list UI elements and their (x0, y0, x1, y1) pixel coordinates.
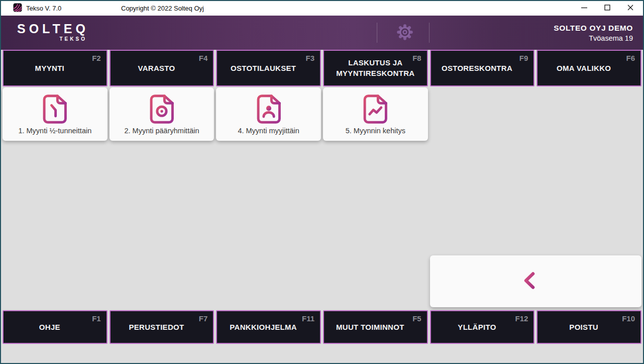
tile-label: 2. Myynti pääryhmittäin (124, 127, 199, 135)
menu-button-laskutus-ja-myyntireskontra[interactable]: F8 LASKUTUS JA MYYNTIRESKONTRA (323, 50, 428, 86)
button-label: VARASTO (118, 63, 195, 74)
button-label: YLLÄPITO (439, 322, 516, 333)
app-header: SOLTEQ TEKSO (1, 16, 643, 50)
copyright-text: Copyright © 2022 Solteq Oyj (121, 1, 204, 16)
fkey-badge: F4 (199, 54, 208, 62)
tile-myynti-half-hour[interactable]: 1. Myynti ½-tunneittain (3, 87, 108, 141)
top-button-row: F2 MYYNTI F4 VARASTO F3 OSTOTILAUKSET F8… (1, 50, 643, 86)
button-label: OHJE (11, 322, 88, 333)
tile-label: 1. Myynti ½-tunneittain (18, 127, 91, 135)
menu-button-poistu[interactable]: F10 POISTU (536, 310, 641, 344)
menu-button-perustiedot[interactable]: F7 PERUSTIEDOT (110, 310, 214, 344)
minimize-icon (581, 5, 587, 12)
settings-button[interactable] (396, 23, 414, 42)
fkey-badge: F11 (302, 314, 314, 323)
fkey-badge: F5 (412, 314, 421, 323)
menu-button-yllapito[interactable]: F12 YLLÄPITO (430, 310, 535, 344)
menu-button-varasto[interactable]: F4 VARASTO (110, 50, 214, 86)
header-divider-right (429, 23, 430, 43)
button-label: PANKKIOHJELMA (225, 322, 302, 333)
arrow-left-icon (521, 270, 550, 293)
document-trend-icon (362, 94, 389, 126)
main-area: F2 MYYNTI F4 VARASTO F3 OSTOTILAUKSET F8… (1, 50, 643, 363)
tile-label: 5. Myynnin kehitys (346, 127, 405, 135)
menu-button-muut-toiminnot[interactable]: F5 MUUT TOIMINNOT (323, 310, 428, 344)
header-divider-left (377, 23, 377, 43)
back-button[interactable] (430, 255, 641, 307)
menu-button-ohje[interactable]: F1 OHJE (3, 310, 108, 344)
button-label: LASKUTUS JA MYYNTIRESKONTRA (328, 57, 423, 79)
button-label: OMA VALIKKO (545, 63, 622, 74)
fkey-badge: F2 (92, 54, 101, 62)
gear-icon (396, 24, 413, 42)
fkey-badge: F1 (92, 314, 101, 323)
menu-button-oma-valikko[interactable]: F6 OMA VALIKKO (536, 50, 641, 86)
button-label: MUUT TOIMINNOT (332, 322, 409, 333)
titlebar-app-info: Tekso V. 7.0 (13, 3, 61, 14)
fkey-badge: F7 (199, 314, 208, 323)
fkey-badge: F3 (305, 54, 314, 62)
bottom-button-row: F1 OHJE F7 PERUSTIEDOT F11 PANKKIOHJELMA… (1, 310, 643, 344)
button-label: OSTOTILAUKSET (225, 63, 302, 74)
menu-button-myynti[interactable]: F2 MYYNTI (3, 50, 108, 86)
menu-button-ostotilaukset[interactable]: F3 OSTOTILAUKSET (216, 50, 321, 86)
document-clock-icon (41, 94, 68, 126)
fkey-badge: F6 (626, 54, 635, 62)
menu-button-pankkiohjelma[interactable]: F11 PANKKIOHJELMA (216, 310, 321, 344)
window-controls (573, 1, 642, 16)
titlebar: Tekso V. 7.0 Copyright © 2022 Solteq Oyj (1, 1, 643, 16)
maximize-icon (604, 5, 610, 12)
menu-button-ostoreskontra[interactable]: F9 OSTORESKONTRA (430, 50, 535, 86)
tile-myynnin-kehitys[interactable]: 5. Myynnin kehitys (323, 87, 428, 141)
solteq-tekso-logo: SOLTEQ TEKSO (17, 23, 89, 42)
fkey-badge: F9 (519, 54, 528, 62)
back-row (1, 255, 643, 307)
workstation-label: Tvöasema 19 (589, 34, 633, 42)
app-window: Tekso V. 7.0 Copyright © 2022 Solteq Oyj (0, 0, 644, 364)
tile-row: 1. Myynti ½-tunneittain 2. Myynti pääryh… (1, 87, 643, 141)
tile-myynti-paaryhmittain[interactable]: 2. Myynti pääryhmittäin (110, 87, 214, 141)
window-title: Tekso V. 7.0 (26, 5, 61, 12)
button-label: OSTORESKONTRA (439, 63, 516, 74)
minimize-button[interactable] (573, 1, 596, 16)
solteq-logo-icon (13, 3, 22, 14)
company-name: SOLTEO OYJ DEMO (554, 24, 633, 33)
logo-secondary-text: TEKSO (17, 36, 87, 42)
document-person-icon (255, 94, 282, 126)
logo-primary-text: SOLTEQ (17, 23, 89, 35)
close-icon (627, 5, 633, 12)
button-label: POISTU (545, 322, 622, 333)
button-label: PERUSTIEDOT (118, 322, 195, 333)
maximize-button[interactable] (596, 1, 619, 16)
close-button[interactable] (619, 1, 642, 16)
fkey-badge: F12 (515, 314, 528, 323)
document-target-icon (148, 94, 175, 126)
tile-label: 4. Myynti myyjittäin (238, 127, 299, 135)
session-info: SOLTEO OYJ DEMO Tvöasema 19 (554, 16, 633, 50)
button-label: MYYNTI (11, 63, 88, 74)
tile-myynti-myyjittain[interactable]: 4. Myynti myyjittäin (216, 87, 321, 141)
fkey-badge: F10 (622, 314, 635, 323)
